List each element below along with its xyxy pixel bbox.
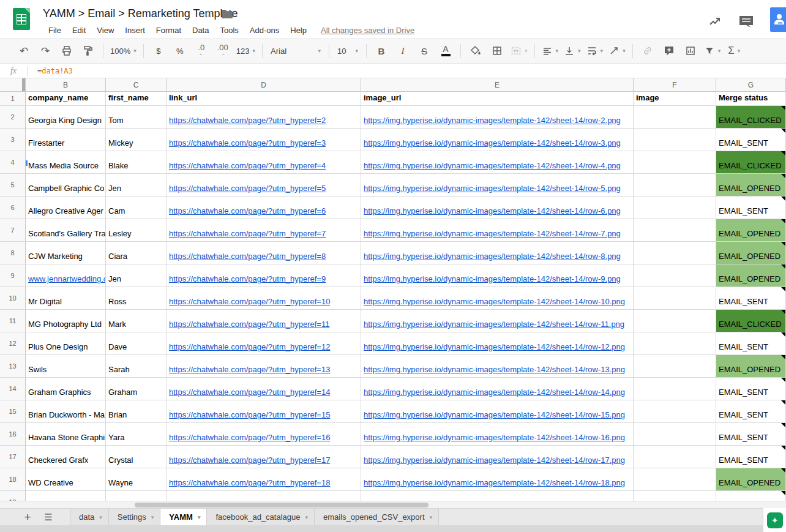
text-wrap-button[interactable]: ▾ [586,42,604,59]
cell-G4[interactable]: EMAIL_CLICKED [716,151,786,174]
cell-F16[interactable] [634,423,716,446]
more-formats-button[interactable]: 123▾ [236,42,255,59]
saved-status[interactable]: All changes saved in Drive [321,26,414,35]
cell-D16[interactable]: https://chatwhale.com/page/?utm_hyperef=… [167,423,361,446]
text-color-button[interactable]: A [438,42,454,59]
decrease-decimal-button[interactable]: .0← [193,42,209,59]
cell-G7[interactable]: EMAIL_OPENED [716,219,786,242]
cell-E17[interactable]: https://img.hyperise.io/dynamic-images/t… [361,446,634,468]
fill-color-button[interactable] [468,42,484,59]
cell-F7[interactable] [634,219,716,242]
cell-G9[interactable]: EMAIL_OPENED [716,264,786,287]
cell-D13[interactable]: https://chatwhale.com/page/?utm_hyperef=… [167,355,361,378]
cell-E3[interactable]: https://img.hyperise.io/dynamic-images/t… [361,129,634,151]
cell-E11[interactable]: https://img.hyperise.io/dynamic-images/t… [361,310,634,332]
cell-D3[interactable]: https://chatwhale.com/page/?utm_hyperef=… [167,129,361,151]
activity-trend-icon[interactable] [708,14,722,29]
header-cell-merge_status[interactable]: Merge status [716,92,786,106]
sheet-tab-yamm[interactable]: YAMM▾ [160,509,207,525]
cell-B10[interactable]: Mr Digital [26,287,106,310]
share-button[interactable] [770,7,786,32]
insert-chart-button[interactable] [683,42,698,59]
cell-E8[interactable]: https://img.hyperise.io/dynamic-images/t… [361,242,634,264]
row-number-12[interactable]: 12 [0,332,26,355]
cell-C13[interactable]: Sarah [106,355,167,378]
cell-G19[interactable] [716,491,786,501]
row-number-2[interactable]: 2 [0,106,26,129]
functions-button[interactable]: Σ ▾ [726,42,742,59]
strikethrough-button[interactable]: S [416,42,432,59]
cell-E4[interactable]: https://img.hyperise.io/dynamic-images/t… [361,151,634,174]
cell-G11[interactable]: EMAIL_CLICKED [716,310,786,332]
column-header-E[interactable]: E [361,78,634,92]
borders-button[interactable] [489,42,505,59]
add-sheet-button[interactable]: + [17,509,38,525]
cell-D2[interactable]: https://chatwhale.com/page/?utm_hyperef=… [167,106,361,129]
cell-E14[interactable]: https://img.hyperise.io/dynamic-images/t… [361,378,634,400]
menu-insert[interactable]: Insert [119,24,151,37]
text-rotation-button[interactable]: ▾ [608,42,626,59]
cell-E6[interactable]: https://img.hyperise.io/dynamic-images/t… [361,197,634,219]
cell-B4[interactable]: Mass Media Source [26,151,106,174]
cell-G6[interactable]: EMAIL_SENT [716,197,786,219]
header-cell-image[interactable]: image [634,92,716,106]
cell-C17[interactable]: Crystal [106,446,167,468]
row-number-7[interactable]: 7 [0,219,26,242]
cell-E15[interactable]: https://img.hyperise.io/dynamic-images/t… [361,400,634,423]
cell-B12[interactable]: Plus One Design [26,332,106,355]
font-size-select[interactable]: 10▾ [336,42,359,59]
cell-F11[interactable] [634,310,716,332]
cell-F9[interactable] [634,264,716,287]
cell-G17[interactable]: EMAIL_SENT [716,446,786,468]
cell-C19[interactable] [106,491,167,501]
cell-F15[interactable] [634,400,716,423]
cell-E7[interactable]: https://img.hyperise.io/dynamic-images/t… [361,219,634,242]
cell-E2[interactable]: https://img.hyperise.io/dynamic-images/t… [361,106,634,129]
cell-B13[interactable]: Swils [26,355,106,378]
cell-B5[interactable]: Campbell Graphic Co [26,174,106,197]
menu-edit[interactable]: Edit [67,24,91,37]
cell-C2[interactable]: Tom [106,106,167,129]
horizontal-align-button[interactable]: ▾ [542,42,559,59]
row-number-15[interactable]: 15 [0,400,26,423]
cell-B18[interactable]: WD Creative [26,468,106,491]
menu-addons[interactable]: Add-ons [244,24,285,37]
cell-D17[interactable]: https://chatwhale.com/page/?utm_hyperef=… [167,446,361,468]
row-number-19[interactable]: 19 [0,491,26,501]
cell-B11[interactable]: MG Photography Ltd [26,310,106,332]
cell-D14[interactable]: https://chatwhale.com/page/?utm_hyperef=… [167,378,361,400]
star-icon[interactable]: ☆ [204,8,213,21]
cell-E13[interactable]: https://img.hyperise.io/dynamic-images/t… [361,355,634,378]
row-number-4[interactable]: 4 [0,151,26,174]
format-percent-button[interactable]: % [172,42,188,59]
menu-file[interactable]: File [43,24,67,37]
row-number-8[interactable]: 8 [0,242,26,264]
menu-help[interactable]: Help [285,24,312,37]
column-header-B[interactable]: B [26,78,106,92]
format-currency-button[interactable]: $ [151,42,167,59]
cell-B3[interactable]: Firestarter [26,129,106,151]
cell-D10[interactable]: https://chatwhale.com/page/?utm_hyperef=… [167,287,361,310]
column-header-F[interactable]: F [634,78,716,92]
row-number-6[interactable]: 6 [0,197,26,219]
explore-button[interactable]: ✦ [767,512,783,528]
undo-button[interactable]: ↶ [16,42,32,59]
cell-B15[interactable]: Brian Duckworth - Ma [26,400,106,423]
cell-F14[interactable] [634,378,716,400]
menu-view[interactable]: View [91,24,119,37]
cell-D11[interactable]: https://chatwhale.com/page/?utm_hyperef=… [167,310,361,332]
print-button[interactable] [59,42,75,59]
cell-D15[interactable]: https://chatwhale.com/page/?utm_hyperef=… [167,400,361,423]
row-number-5[interactable]: 5 [0,174,26,197]
row-number-13[interactable]: 13 [0,355,26,378]
merge-cells-button[interactable]: ▾ [511,42,528,59]
cell-D12[interactable]: https://chatwhale.com/page/?utm_hyperef=… [167,332,361,355]
cell-D7[interactable]: https://chatwhale.com/page/?utm_hyperef=… [167,219,361,242]
cell-C4[interactable]: Blake [106,151,167,174]
formula-input[interactable]: =data!A3 [37,67,73,75]
row-number-14[interactable]: 14 [0,378,26,400]
cell-D8[interactable]: https://chatwhale.com/page/?utm_hyperef=… [167,242,361,264]
cell-F5[interactable] [634,174,716,197]
cell-C7[interactable]: Lesley [106,219,167,242]
cell-D5[interactable]: https://chatwhale.com/page/?utm_hyperef=… [167,174,361,197]
